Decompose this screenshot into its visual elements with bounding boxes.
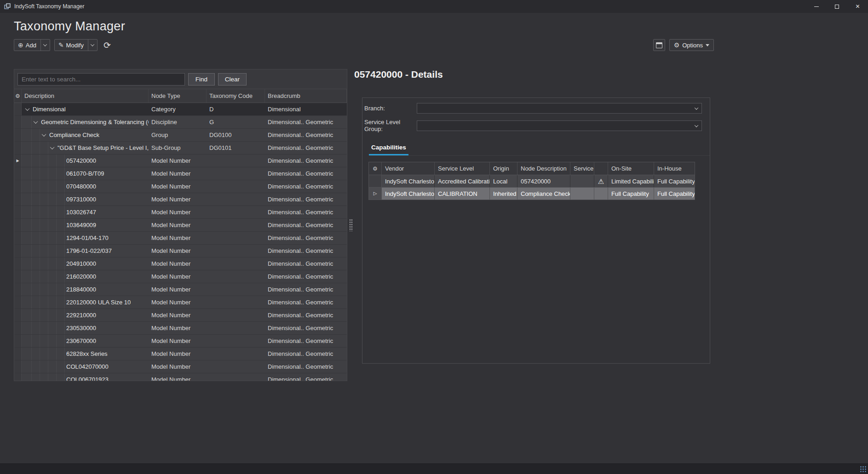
cap-column-node-description[interactable]: Node Description xyxy=(517,162,570,175)
tree-row[interactable]: 204910000 Model Number Dimensional.. Geo… xyxy=(14,257,347,270)
tree-row[interactable]: Compliance Check Group DG0100 Dimensiona… xyxy=(14,129,347,142)
tree-row[interactable]: 097310000 Model Number Dimensional.. Geo… xyxy=(14,193,347,206)
modify-dropdown-arrow[interactable] xyxy=(88,40,97,51)
tree-breadcrumb-cell: Dimensional.. Geometric xyxy=(265,219,347,231)
capability-row[interactable]: ▷ IndySoft Charleston CALIBRATION Inheri… xyxy=(368,188,695,200)
add-button[interactable]: ⊕ Add xyxy=(14,39,50,51)
tree-row[interactable]: 103649009 Model Number Dimensional.. Geo… xyxy=(14,219,347,232)
tree-code-cell: G xyxy=(207,116,265,128)
tree-nodetype-cell: Model Number xyxy=(149,154,207,167)
search-input[interactable] xyxy=(17,73,185,86)
tree-breadcrumb-cell: Dimensional.. Geometric xyxy=(265,142,347,154)
app-icon xyxy=(4,3,11,10)
tree-breadcrumb-cell: Dimensional.. Geometric xyxy=(265,180,347,193)
tab-capabilities[interactable]: Capabilities xyxy=(369,142,408,155)
tree-code-cell xyxy=(207,232,265,244)
cap-row-gutter[interactable]: ▷ xyxy=(369,188,382,200)
chevron-down-icon xyxy=(695,123,698,127)
tree-breadcrumb-cell: Dimensional.. Geometric xyxy=(265,270,347,283)
cap-column-service[interactable]: Service xyxy=(570,162,594,175)
tree-column-node-type[interactable]: Node Type xyxy=(149,89,207,103)
tree-row[interactable]: Geometric Dimensioning & Tolerancing (GD… xyxy=(14,116,347,129)
tree-code-cell xyxy=(207,296,265,308)
cap-column-in-house[interactable]: In-House xyxy=(654,162,695,175)
tree-row[interactable]: 218840000 Model Number Dimensional.. Geo… xyxy=(14,283,347,296)
resize-grip[interactable] xyxy=(860,466,867,473)
tree-row[interactable]: 070480000 Model Number Dimensional.. Geo… xyxy=(14,180,347,193)
tree-row[interactable]: 230670000 Model Number Dimensional.. Geo… xyxy=(14,335,347,348)
tree-row[interactable]: 230530000 Model Number Dimensional.. Geo… xyxy=(14,322,347,335)
tree-nodetype-cell: Model Number xyxy=(149,335,207,347)
tree-nodetype-cell: Model Number xyxy=(149,180,207,193)
cap-row-gutter[interactable] xyxy=(369,175,382,187)
tree-row[interactable]: Dimensional Category D Dimensional xyxy=(14,103,347,116)
column-chooser-icon: ⚙ xyxy=(15,93,20,99)
tree-row[interactable]: COL042070000 Model Number Dimensional.. … xyxy=(14,360,347,373)
tree-row[interactable]: 216020000 Model Number Dimensional.. Geo… xyxy=(14,270,347,283)
close-button[interactable]: ✕ xyxy=(847,0,868,13)
capabilities-header-gutter[interactable]: ⚙ xyxy=(369,162,382,175)
branch-combo[interactable] xyxy=(417,103,702,114)
tree-node-label: 097310000 xyxy=(65,196,96,203)
modify-button-main[interactable]: ✎ Modify xyxy=(55,40,88,51)
taxonomy-tree-panel: Find Clear ⚙ Description Node Type Taxon… xyxy=(14,69,347,381)
minimize-button[interactable] xyxy=(806,0,827,13)
tree-row[interactable]: 62828xx Series Model Number Dimensional.… xyxy=(14,348,347,360)
tree-node-label: 216020000 xyxy=(65,273,96,280)
tree-row[interactable]: COL006701923 Model Number Dimensional.. … xyxy=(14,373,347,381)
refresh-button[interactable]: ⟳ xyxy=(102,39,113,51)
tree-column-taxonomy-code[interactable]: Taxonomy Code xyxy=(207,89,265,103)
tree-row[interactable]: ▶ 057420000 Model Number Dimensional.. G… xyxy=(14,154,347,167)
details-group-box: Branch: Service Level Group: Capabilitie… xyxy=(362,97,710,364)
cap-column-service-level[interactable]: Service Level xyxy=(435,162,490,175)
tree-row[interactable]: 220120000 ULA Size 10 Model Number Dimen… xyxy=(14,296,347,309)
expand-chevron-icon[interactable] xyxy=(23,103,31,115)
add-dropdown-arrow[interactable] xyxy=(40,40,50,51)
expand-chevron-icon[interactable] xyxy=(48,142,56,154)
tree-header-gutter[interactable]: ⚙ xyxy=(14,89,22,103)
tree-description-cell: 204910000 xyxy=(22,257,149,270)
options-button[interactable]: ⚙ Options xyxy=(669,39,714,51)
cap-column-warning[interactable] xyxy=(594,162,608,175)
tree-nodetype-cell: Model Number xyxy=(149,219,207,231)
chevron-down-icon xyxy=(695,106,698,109)
cap-column-on-site[interactable]: On-Site xyxy=(608,162,654,175)
cap-column-origin[interactable]: Origin xyxy=(490,162,517,175)
tree-description-cell: 070480000 xyxy=(22,180,149,193)
tree-node-label: 229210000 xyxy=(65,312,96,319)
tree-row[interactable]: 1796-01-022/037 Model Number Dimensional… xyxy=(14,245,347,257)
cap-origin-cell: Inherited xyxy=(490,188,517,200)
tree-row-gutter xyxy=(14,309,22,321)
tree-row[interactable]: 103026747 Model Number Dimensional.. Geo… xyxy=(14,206,347,219)
clear-button[interactable]: Clear xyxy=(218,73,247,86)
modify-button[interactable]: ✎ Modify xyxy=(54,39,98,51)
tree-node-label: 057420000 xyxy=(65,157,96,164)
cap-expand-indicator: ▷ xyxy=(374,191,377,196)
tree-row[interactable]: "GD&T Base Setup Price - Level I, Non Su… xyxy=(14,142,347,154)
tree-column-description[interactable]: Description xyxy=(22,89,149,103)
find-button[interactable]: Find xyxy=(188,73,215,86)
tree-code-cell: DG0100 xyxy=(207,129,265,141)
panel-splitter[interactable] xyxy=(348,69,353,381)
tree-column-breadcrumb[interactable]: Breadcrumb xyxy=(265,89,347,103)
branch-row: Branch: xyxy=(364,103,710,114)
expand-chevron-icon[interactable] xyxy=(40,129,48,141)
tree-row[interactable]: 229210000 Model Number Dimensional.. Geo… xyxy=(14,309,347,322)
tree-description-cell: Compliance Check xyxy=(22,129,149,141)
maximize-button[interactable] xyxy=(827,0,847,13)
modify-button-label: Modify xyxy=(66,42,84,49)
add-button-main[interactable]: ⊕ Add xyxy=(14,40,40,51)
cap-vendor-cell: IndySoft Charleston xyxy=(382,188,435,200)
tree-breadcrumb-cell: Dimensional.. Geometric xyxy=(265,296,347,308)
cap-column-vendor[interactable]: Vendor xyxy=(382,162,435,175)
service-level-group-combo[interactable] xyxy=(417,120,702,131)
capability-row[interactable]: IndySoft Charleston Accredited Calibrati… xyxy=(368,175,695,188)
tree-row[interactable]: 061070-B/T09 Model Number Dimensional.. … xyxy=(14,167,347,180)
capabilities-grid: ⚙ Vendor Service Level Origin Node Descr… xyxy=(368,162,695,200)
expand-chevron-icon[interactable] xyxy=(32,116,40,128)
tree-node-label: COL006701923 xyxy=(65,376,109,381)
tree-nodetype-cell: Model Number xyxy=(149,206,207,218)
calendar-button[interactable] xyxy=(653,39,665,51)
search-row: Find Clear xyxy=(14,69,347,89)
tree-row[interactable]: 1294-01/04-170 Model Number Dimensional.… xyxy=(14,232,347,245)
